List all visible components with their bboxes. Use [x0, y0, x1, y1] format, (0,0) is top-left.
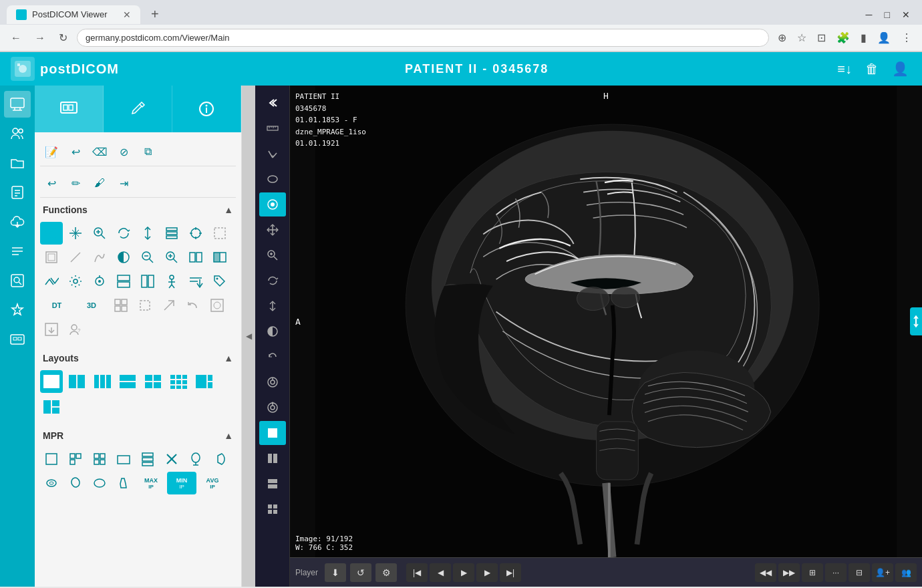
- rt-scroll[interactable]: [259, 294, 286, 318]
- sidebar-item-monitor[interactable]: [4, 91, 31, 118]
- reload-button[interactable]: ↻: [55, 29, 71, 47]
- scroll-handle[interactable]: [910, 307, 922, 335]
- tool-crop[interactable]: [134, 294, 156, 317]
- bookmark-icon[interactable]: ☆: [794, 29, 810, 47]
- address-bar[interactable]: [77, 29, 769, 47]
- tool-fov[interactable]: [88, 270, 111, 293]
- forward-button[interactable]: →: [31, 29, 49, 47]
- mpr-3panel[interactable]: [64, 448, 87, 470]
- mpr-h-strip[interactable]: [136, 448, 159, 470]
- rt-cine2[interactable]: [259, 396, 286, 420]
- player-skip-fwd[interactable]: ▶▶: [778, 563, 800, 582]
- tool-copy[interactable]: ⧉: [136, 140, 159, 163]
- mpr-face-side[interactable]: [208, 448, 231, 470]
- sort-icon[interactable]: ≡↓: [834, 59, 855, 80]
- tool-h-split[interactable]: [112, 270, 135, 293]
- sidebar-item-users[interactable]: [4, 120, 31, 147]
- tab-tools[interactable]: [104, 86, 172, 132]
- mpr-min-ip[interactable]: MIN IP: [167, 472, 196, 494]
- rt-angle[interactable]: [259, 142, 286, 166]
- rt-collapse[interactable]: [259, 91, 286, 115]
- tool-zoom-out[interactable]: [136, 246, 159, 269]
- panel-collapse-button[interactable]: ◀: [242, 86, 255, 587]
- tool-note[interactable]: 📝: [40, 140, 63, 163]
- layout-1x1[interactable]: [40, 370, 63, 393]
- player-last[interactable]: ▶|: [500, 563, 521, 582]
- player-grid[interactable]: ⊟: [849, 563, 870, 582]
- tool-flip[interactable]: [40, 270, 63, 293]
- rt-ruler[interactable]: [259, 116, 286, 140]
- tool-erase[interactable]: ⌫: [88, 140, 111, 163]
- tool-human[interactable]: [160, 270, 183, 293]
- tool-split[interactable]: [184, 246, 207, 269]
- layout-1x3[interactable]: [91, 370, 114, 393]
- tool-line[interactable]: [64, 246, 87, 269]
- player-next[interactable]: ▶: [476, 563, 498, 582]
- player-play[interactable]: ▶: [453, 563, 474, 582]
- window-close-button[interactable]: ✕: [897, 8, 915, 21]
- rt-rotate[interactable]: [259, 269, 286, 293]
- extensions-icon[interactable]: 🧩: [833, 29, 853, 47]
- tool-v-split[interactable]: [136, 270, 159, 293]
- tool-undo[interactable]: ↩: [64, 140, 87, 163]
- player-prev[interactable]: ◀: [430, 563, 451, 582]
- browser-tab[interactable]: PostDICOM Viewer ✕: [7, 5, 140, 24]
- mpr-face-top[interactable]: [40, 472, 63, 494]
- user-icon[interactable]: 👤: [889, 58, 911, 80]
- sidebar-item-notes[interactable]: [4, 179, 31, 206]
- tool-sort[interactable]: [184, 270, 207, 293]
- back-button[interactable]: ←: [7, 29, 25, 47]
- rt-pan[interactable]: [259, 218, 286, 242]
- tool-3d[interactable]: 3D: [75, 294, 108, 317]
- tool-user-data[interactable]: ?: [64, 318, 87, 341]
- sidebar-toggle-icon[interactable]: ▮: [857, 29, 870, 47]
- tool-clear[interactable]: ⊘: [112, 140, 135, 163]
- tool-grid[interactable]: [110, 294, 132, 317]
- layout-3x3[interactable]: [167, 370, 190, 393]
- mpr-face-3q[interactable]: [64, 472, 87, 494]
- tool-arrow[interactable]: [158, 294, 180, 317]
- tool-undo2[interactable]: ↩: [40, 172, 63, 194]
- functions-header[interactable]: Functions ▲: [40, 200, 236, 219]
- mpr-axial[interactable]: [40, 448, 63, 470]
- tab-close-button[interactable]: ✕: [123, 9, 131, 20]
- tool-freehand[interactable]: [88, 246, 111, 269]
- mpr-coronal[interactable]: [112, 448, 135, 470]
- player-layout-overlay[interactable]: ⊞: [802, 563, 823, 582]
- rt-layout-2h[interactable]: [259, 472, 286, 496]
- translate-icon[interactable]: ⊕: [774, 29, 790, 47]
- layout-big-small[interactable]: [192, 370, 215, 393]
- mpr-header[interactable]: MPR ▲: [40, 426, 236, 445]
- layout-2x2[interactable]: [142, 370, 164, 393]
- tool-paint[interactable]: 🖌: [88, 172, 111, 194]
- tool-tag[interactable]: [208, 270, 231, 293]
- tool-brush[interactable]: ✏: [64, 172, 87, 194]
- rt-layout-2v[interactable]: [259, 446, 286, 470]
- layout-1x2[interactable]: [65, 370, 88, 393]
- tool-gear[interactable]: [64, 270, 87, 293]
- tab-search-icon[interactable]: ⊡: [814, 29, 829, 47]
- viewer-image[interactable]: PATIENT II 0345678 01.01.1853 - F dzne_M…: [290, 86, 922, 557]
- rt-layout-grid[interactable]: [259, 497, 286, 521]
- mpr-max-ip[interactable]: MAX IP: [136, 472, 166, 494]
- tool-stack[interactable]: [160, 222, 183, 245]
- menu-icon[interactable]: ⋮: [898, 29, 915, 47]
- tab-viewer[interactable]: [35, 86, 104, 132]
- trash-icon[interactable]: 🗑: [863, 59, 881, 80]
- rt-zoom[interactable]: [259, 243, 286, 267]
- player-more[interactable]: ···: [825, 563, 847, 582]
- tool-seg[interactable]: [40, 246, 63, 269]
- sidebar-item-folder[interactable]: [4, 150, 31, 176]
- mpr-foot[interactable]: [112, 472, 135, 494]
- rt-invert[interactable]: [259, 319, 286, 343]
- tool-roi[interactable]: [208, 222, 231, 245]
- tool-scroll[interactable]: [136, 222, 159, 245]
- player-add-user[interactable]: 👤+: [872, 563, 893, 582]
- tool-crosshair[interactable]: [184, 222, 207, 245]
- tool-rotate[interactable]: [112, 222, 135, 245]
- sidebar-item-screen[interactable]: [4, 326, 31, 353]
- tool-pan[interactable]: [64, 222, 87, 245]
- player-refresh[interactable]: ↺: [350, 563, 371, 582]
- player-first[interactable]: |◀: [406, 563, 428, 582]
- rt-reset[interactable]: [259, 345, 286, 369]
